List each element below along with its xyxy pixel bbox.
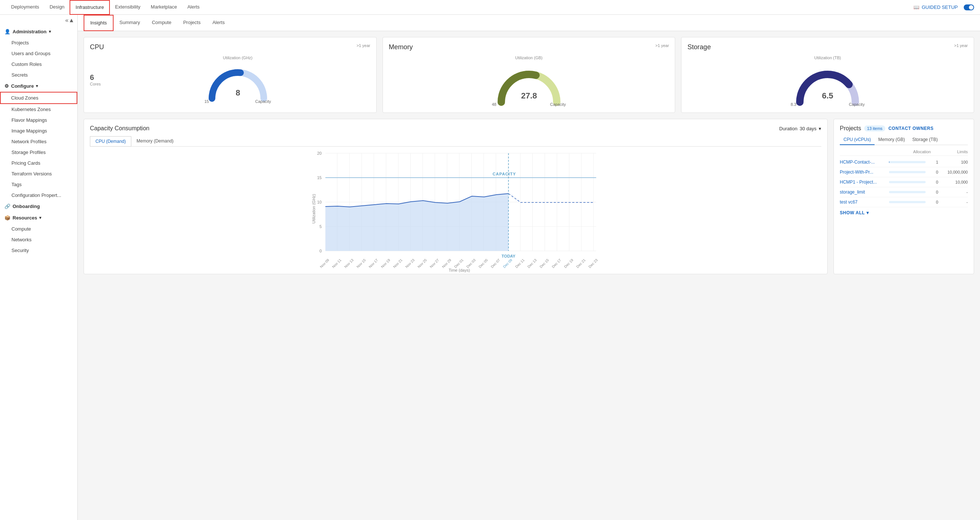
- svg-text:Dec 19: Dec 19: [563, 258, 574, 269]
- sidebar-item-cloud-zones[interactable]: Cloud Zones: [0, 92, 77, 104]
- show-all-button[interactable]: SHOW ALL ▾: [840, 210, 968, 215]
- duration-chevron-icon: ▾: [819, 126, 821, 131]
- table-row: Project-With-Pr... 0 10,000,000: [840, 167, 968, 177]
- guided-setup-button[interactable]: 📖 GUIDED SETUP: [913, 5, 958, 10]
- svg-text:Dec 13: Dec 13: [527, 258, 537, 269]
- sidebar-item-tags[interactable]: Tags: [0, 179, 77, 190]
- sidebar-item-flavor-mappings[interactable]: Flavor Mappings: [0, 115, 77, 126]
- svg-text:5: 5: [319, 224, 321, 229]
- project-name[interactable]: test vc67: [840, 199, 889, 205]
- project-limit: 100: [938, 160, 968, 164]
- sidebar-scroll-up-button[interactable]: ▲: [68, 17, 74, 24]
- nav-item-marketplace[interactable]: Marketplace: [146, 0, 182, 15]
- nav-item-alerts[interactable]: Alerts: [182, 0, 205, 15]
- projects-tab-storage[interactable]: Storage (TB): [908, 135, 942, 145]
- projects-card: Projects 13 items CONTACT OWNERS CPU (vC…: [834, 119, 974, 274]
- svg-text:Dec 11: Dec 11: [514, 258, 525, 269]
- contact-owners-button[interactable]: CONTACT OWNERS: [888, 126, 933, 131]
- memory-utilization-label: Utilization (GB): [515, 56, 543, 60]
- duration-label: Duration: [779, 126, 797, 131]
- project-bar-bg: [889, 201, 926, 203]
- top-nav-right: 📖 GUIDED SETUP: [913, 5, 974, 10]
- sub-tab-projects[interactable]: Projects: [177, 15, 207, 31]
- resources-icon: 📦: [5, 215, 10, 220]
- storage-capacity-label: Capacity: [849, 102, 865, 107]
- sub-tab-alerts[interactable]: Alerts: [207, 15, 231, 31]
- table-row: HCMP1 - Project... 0 10,000: [840, 177, 968, 187]
- sidebar-item-custom-roles[interactable]: Custom Roles: [0, 59, 77, 70]
- sidebar-item-secrets[interactable]: Secrets: [0, 70, 77, 80]
- cpu-utilization-label: Utilization (GHz): [223, 56, 252, 60]
- sidebar-item-kubernetes-zones[interactable]: Kubernetes Zones: [0, 104, 77, 115]
- cpu-capacity-label: Capacity: [255, 99, 271, 104]
- sidebar-item-users-and-groups[interactable]: Users and Groups: [0, 48, 77, 59]
- sidebar-item-projects[interactable]: Projects: [0, 37, 77, 48]
- storage-title: Storage: [687, 43, 711, 51]
- content-area: Insights Summary Compute Projects Alerts…: [78, 15, 980, 520]
- project-limit: -: [938, 200, 968, 204]
- duration-select[interactable]: Duration 30 days ▾: [779, 126, 821, 131]
- sidebar-item-terraform-versions[interactable]: Terraform Versions: [0, 168, 77, 179]
- svg-text:Time (days): Time (days): [449, 268, 470, 273]
- memory-capacity-value: 48: [492, 102, 496, 107]
- projects-tab-cpu[interactable]: CPU (vCPUs): [840, 135, 875, 145]
- sidebar-collapse-button[interactable]: «: [65, 17, 68, 24]
- sidebar-item-network-profiles[interactable]: Network Profiles: [0, 136, 77, 147]
- nav-item-extensibility[interactable]: Extensibility: [110, 0, 146, 15]
- capacity-chart-card: Capacity Consumption Duration 30 days ▾ …: [84, 119, 827, 274]
- nav-item-deployments[interactable]: Deployments: [6, 0, 45, 15]
- storage-gauge-svg: 6.5: [791, 61, 865, 106]
- sub-tab-summary[interactable]: Summary: [114, 15, 146, 31]
- project-bar-bg: [889, 161, 926, 163]
- sub-tab-compute[interactable]: Compute: [146, 15, 177, 31]
- svg-text:Dec 01: Dec 01: [453, 258, 464, 269]
- sidebar-group-onboarding[interactable]: 🔗 Onboarding: [0, 201, 77, 212]
- sidebar-item-compute[interactable]: Compute: [0, 223, 77, 234]
- cpu-gauge-svg: 8: [205, 61, 271, 102]
- chart-tab-memory-demand[interactable]: Memory (Demand): [131, 136, 179, 147]
- sidebar-group-resources[interactable]: 📦 Resources ▾: [0, 212, 77, 223]
- cpu-gauge-card: CPU >1 year 6 Cores Utilization (GHz): [84, 37, 377, 113]
- project-name[interactable]: HCMP-Contact-...: [840, 160, 889, 165]
- svg-text:Dec 23: Dec 23: [587, 258, 598, 269]
- nav-item-design[interactable]: Design: [45, 0, 70, 15]
- storage-capacity-value: 8.3: [791, 102, 796, 107]
- memory-gauge-card: Memory >1 year Utilization (GB) 27.8 48 …: [383, 37, 676, 113]
- sidebar-item-storage-profiles[interactable]: Storage Profiles: [0, 147, 77, 158]
- project-bar-bg: [889, 181, 926, 183]
- sidebar: « ▲ 👤 Administration ▾ Projects Users an…: [0, 15, 78, 520]
- svg-text:Dec 17: Dec 17: [551, 258, 562, 269]
- project-name[interactable]: Project-With-Pr...: [840, 169, 889, 175]
- svg-text:Dec 07: Dec 07: [490, 258, 501, 269]
- svg-text:10: 10: [317, 200, 321, 204]
- dark-mode-toggle[interactable]: [964, 5, 974, 10]
- project-name[interactable]: HCMP1 - Project...: [840, 180, 889, 185]
- projects-tab-memory[interactable]: Memory (GB): [875, 135, 908, 145]
- configure-chevron: ▾: [36, 84, 38, 88]
- sidebar-item-image-mappings[interactable]: Image Mappings: [0, 126, 77, 136]
- sidebar-item-security[interactable]: Security: [0, 245, 77, 256]
- sidebar-group-administration[interactable]: 👤 Administration ▾: [0, 26, 77, 37]
- svg-text:Nov 27: Nov 27: [429, 258, 439, 269]
- svg-text:0: 0: [319, 249, 321, 253]
- sidebar-group-configure[interactable]: ⚙ Configure ▾: [0, 80, 77, 92]
- project-bar-fill: [889, 161, 889, 163]
- project-allocation: 1: [927, 160, 938, 164]
- sidebar-item-configuration-properties[interactable]: Configuration Propert...: [0, 190, 77, 201]
- cpu-title: CPU: [90, 43, 104, 51]
- table-row: HCMP-Contact-... 1 100: [840, 157, 968, 167]
- sidebar-item-pricing-cards[interactable]: Pricing Cards: [0, 158, 77, 168]
- sidebar-collapse-controls: « ▲: [0, 15, 77, 26]
- resources-chevron: ▾: [39, 215, 41, 220]
- project-bar-wrap: 0: [889, 190, 938, 194]
- dark-mode-circle: [969, 5, 973, 10]
- table-row: storage_limit 0 -: [840, 187, 968, 197]
- chart-tab-cpu-demand[interactable]: CPU (Demand): [90, 136, 131, 147]
- project-allocation: 0: [927, 170, 938, 174]
- sub-tab-insights[interactable]: Insights: [84, 15, 114, 31]
- capacity-chart-svg: 20 15 10 5 0 Utilization (GHz): [90, 150, 821, 268]
- nav-item-infrastructure[interactable]: Infrastructure: [70, 0, 110, 15]
- project-name[interactable]: storage_limit: [840, 190, 889, 195]
- limits-header: Limits: [931, 150, 968, 154]
- sidebar-item-networks[interactable]: Networks: [0, 234, 77, 245]
